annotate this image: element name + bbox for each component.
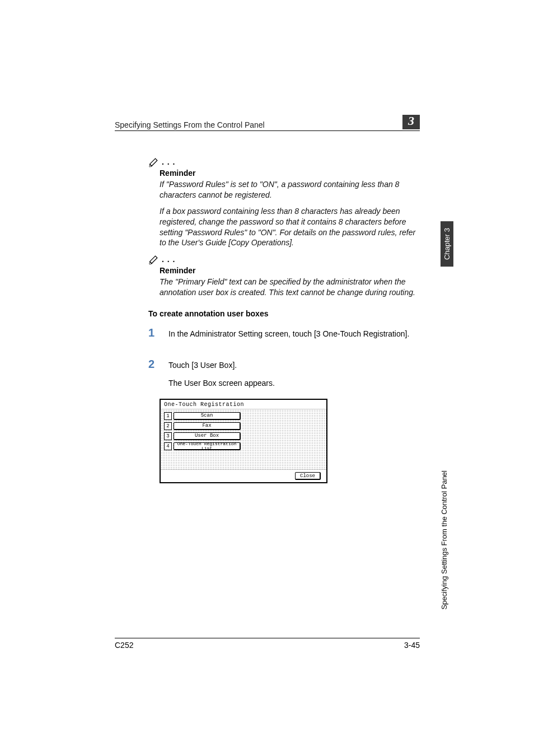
step-row: 1 In the Administrator Setting screen, t… <box>148 326 420 340</box>
close-button[interactable]: Close <box>295 472 321 480</box>
pencil-icon <box>148 156 160 167</box>
menu-number: 2 <box>164 422 172 430</box>
reminder-icon-row: . . . <box>148 254 420 265</box>
menu-row: 4 One-Touch Registration List <box>164 442 323 450</box>
footer-page-number: 3-45 <box>404 641 420 650</box>
reminder-text: If "Password Rules" is set to "ON", a pa… <box>160 179 420 200</box>
page-content: Specifying Settings From the Control Pan… <box>115 115 420 483</box>
step-number: 2 <box>148 358 156 371</box>
fax-button[interactable]: Fax <box>174 422 241 430</box>
one-touch-list-button[interactable]: One-Touch Registration List <box>174 442 241 450</box>
side-chapter-tab: Chapter 3 <box>441 221 453 267</box>
pencil-icon <box>148 254 160 265</box>
ellipsis-icon: . . . <box>162 157 175 166</box>
body-content: . . . Reminder If "Password Rules" is se… <box>115 156 420 483</box>
menu-row: 1 Scan <box>164 412 323 420</box>
reminder-icon-row: . . . <box>148 156 420 167</box>
menu-number: 4 <box>164 442 172 450</box>
chapter-number-tab: 3 <box>402 115 420 129</box>
user-box-button[interactable]: User Box <box>174 432 241 440</box>
menu-row: 2 Fax <box>164 422 323 430</box>
menu-number: 3 <box>164 432 172 440</box>
menu-number: 1 <box>164 412 172 420</box>
screen-title: One-Touch Registration <box>161 400 326 409</box>
ellipsis-icon: . . . <box>162 255 175 264</box>
section-heading: To create annotation user boxes <box>148 309 420 318</box>
reminder-text: If a box password containing less than 8… <box>160 206 420 249</box>
device-screen: One-Touch Registration 1 Scan 2 Fax 3 Us… <box>160 399 327 483</box>
reminder-text: The "Primary Field" text can be specifie… <box>160 277 420 298</box>
menu-row: 3 User Box <box>164 432 323 440</box>
screen-footer: Close <box>161 470 326 482</box>
step-number: 1 <box>148 326 156 339</box>
reminder-heading: Reminder <box>160 266 420 275</box>
side-running-title: Specifying Settings From the Control Pan… <box>440 470 448 610</box>
reminder-heading: Reminder <box>160 169 420 178</box>
scan-button[interactable]: Scan <box>174 412 241 420</box>
step-subtext: The User Box screen appears. <box>168 379 420 388</box>
step-row: 2 Touch [3 User Box]. <box>148 358 420 371</box>
page-footer: C252 3-45 <box>115 638 420 650</box>
header-title: Specifying Settings From the Control Pan… <box>115 120 265 129</box>
footer-model: C252 <box>115 641 133 650</box>
screen-body: 1 Scan 2 Fax 3 User Box 4 One-Touch Regi… <box>161 409 326 470</box>
step-text: In the Administrator Setting screen, tou… <box>168 329 420 340</box>
running-header: Specifying Settings From the Control Pan… <box>115 115 420 131</box>
step-text: Touch [3 User Box]. <box>168 360 420 371</box>
